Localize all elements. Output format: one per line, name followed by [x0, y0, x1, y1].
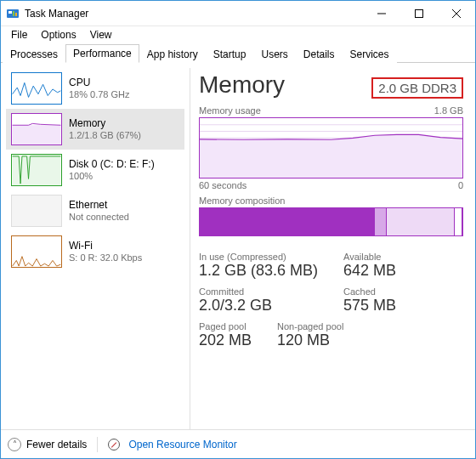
- sidebar-item-label: Memory: [69, 117, 141, 129]
- main-panel: Memory 2.0 GB DDR3 Memory usage 1.8 GB: [199, 68, 470, 429]
- page-title: Memory: [199, 71, 285, 99]
- window-title: Task Manager: [25, 8, 363, 20]
- available-label: Available: [343, 252, 445, 262]
- menubar: File Options View: [1, 26, 475, 43]
- usage-chart-label: Memory usage: [199, 105, 261, 116]
- fewer-details-link[interactable]: Fewer details: [26, 439, 87, 450]
- menu-options[interactable]: Options: [34, 28, 82, 42]
- sidebar-item-disk[interactable]: Disk 0 (C: D: E: F:) 100%: [6, 150, 184, 190]
- sidebar-item-sub: 1.2/1.8 GB (67%): [69, 130, 141, 141]
- svg-rect-3: [15, 13, 17, 16]
- in-use-value: 1.2 GB (83.6 MB): [199, 262, 343, 280]
- svg-rect-5: [416, 9, 423, 17]
- composition-seg-standby: [387, 208, 456, 235]
- nonpaged-value: 120 MB: [277, 332, 343, 349]
- memory-spec-badge: 2.0 GB DDR3: [371, 77, 463, 99]
- tab-processes[interactable]: Processes: [3, 45, 65, 63]
- tab-details[interactable]: Details: [296, 45, 343, 63]
- cached-value: 575 MB: [343, 297, 445, 314]
- composition-label: Memory composition: [199, 196, 463, 206]
- sidebar-item-sub: Not connected: [69, 212, 129, 223]
- committed-value: 2.0/3.2 GB: [199, 297, 343, 314]
- titlebar[interactable]: Task Manager: [1, 1, 475, 26]
- maximize-button[interactable]: [400, 1, 438, 26]
- tab-performance[interactable]: Performance: [65, 44, 139, 63]
- menu-view[interactable]: View: [83, 28, 119, 42]
- svg-rect-8: [13, 125, 61, 144]
- tab-services[interactable]: Services: [343, 45, 397, 63]
- available-value: 642 MB: [343, 262, 445, 280]
- vertical-divider: [190, 68, 190, 429]
- paged-label: Paged pool: [199, 321, 252, 332]
- sidebar-item-sub: S: 0 R: 32.0 Kbps: [69, 252, 142, 264]
- in-use-label: In use (Compressed): [199, 252, 343, 262]
- sidebar-item-sub: 18% 0.78 GHz: [69, 89, 130, 100]
- tabs: Processes Performance App history Startu…: [1, 43, 475, 63]
- sidebar-item-cpu[interactable]: CPU 18% 0.78 GHz: [6, 68, 184, 109]
- composition-seg-in-use: [200, 208, 375, 235]
- paged-value: 202 MB: [199, 332, 252, 349]
- cpu-thumb-icon: [11, 72, 62, 105]
- chevron-up-icon[interactable]: ˄: [8, 438, 21, 451]
- svg-rect-2: [13, 11, 14, 16]
- footer-divider: [97, 437, 98, 452]
- sidebar-item-sub: 100%: [69, 171, 155, 182]
- memory-thumb-icon: [11, 113, 62, 145]
- memory-composition-bar: [199, 207, 463, 236]
- app-icon: [6, 7, 20, 20]
- wifi-thumb-icon: [11, 235, 62, 268]
- usage-chart-max: 1.8 GB: [434, 105, 463, 116]
- sidebar-item-ethernet[interactable]: Ethernet Not connected: [6, 190, 184, 231]
- axis-left: 60 seconds: [199, 180, 246, 190]
- sidebar-item-label: Disk 0 (C: D: E: F:): [69, 158, 155, 170]
- resource-monitor-icon: [108, 439, 120, 450]
- nonpaged-label: Non-paged pool: [277, 321, 343, 332]
- memory-usage-chart: [199, 117, 463, 178]
- footer: ˄ Fewer details Open Resource Monitor: [1, 429, 475, 458]
- composition-seg-free: [455, 208, 462, 235]
- sidebar-item-label: Wi-Fi: [69, 240, 142, 252]
- composition-seg-modified: [375, 208, 387, 235]
- axis-right: 0: [458, 180, 463, 190]
- ethernet-thumb-icon: [11, 195, 62, 227]
- tab-app-history[interactable]: App history: [139, 45, 206, 63]
- minimize-button[interactable]: [363, 1, 400, 26]
- task-manager-window: Task Manager File Options View Processes…: [0, 0, 476, 459]
- sidebar-item-label: CPU: [69, 76, 130, 88]
- sidebar-item-label: Ethernet: [69, 199, 129, 211]
- disk-thumb-icon: [11, 154, 62, 186]
- menu-file[interactable]: File: [4, 28, 34, 42]
- open-resource-monitor-link[interactable]: Open Resource Monitor: [128, 439, 236, 450]
- svg-marker-18: [200, 134, 462, 178]
- tab-startup[interactable]: Startup: [206, 45, 254, 63]
- close-button[interactable]: [438, 1, 475, 26]
- svg-rect-1: [8, 11, 12, 14]
- tab-users[interactable]: Users: [253, 45, 295, 63]
- sidebar-item-memory[interactable]: Memory 1.2/1.8 GB (67%): [6, 109, 184, 150]
- resource-sidebar: CPU 18% 0.78 GHz Memory 1.2/1.8 GB (67%): [6, 68, 184, 429]
- sidebar-item-wifi[interactable]: Wi-Fi S: 0 R: 32.0 Kbps: [6, 231, 184, 272]
- committed-label: Committed: [199, 286, 343, 297]
- cached-label: Cached: [343, 286, 445, 297]
